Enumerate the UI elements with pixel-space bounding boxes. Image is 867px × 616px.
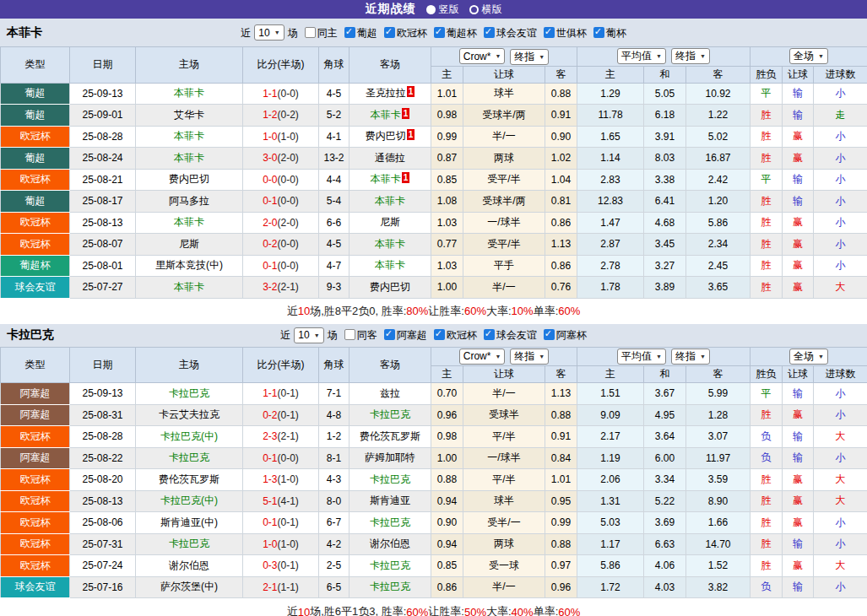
view-option[interactable]: 横版	[469, 3, 502, 17]
team-name-text: 卡拉巴克	[370, 559, 410, 571]
league-filter-label: 阿塞超	[397, 329, 427, 341]
home-team: 卡拉巴克(中)	[136, 490, 243, 512]
avg-home: 5.86	[577, 555, 644, 577]
bookmaker-select[interactable]: Crow*▼	[459, 48, 506, 64]
score-halftime: 5-1(4-1)	[243, 490, 319, 512]
odds-period-select[interactable]: 终指▼	[510, 49, 549, 65]
odds-header-group: Crow*▼终指▼	[431, 47, 577, 67]
league-filter-checkbox[interactable]	[484, 329, 495, 340]
match-date: 25-08-28	[70, 126, 136, 148]
match-date: 25-07-24	[70, 555, 136, 577]
summary-stats: 近10场,胜8平2负0, 胜率:80% 让胜率:60% 大率:10% 单率:60…	[0, 299, 867, 324]
league-filter-checkbox[interactable]	[544, 27, 555, 38]
recent-count-select[interactable]: 10▼	[294, 327, 323, 343]
corners: 4-5	[319, 234, 350, 256]
away-team: 萨姆加耶特	[350, 447, 431, 469]
handicap-line: 受球半/两	[463, 105, 545, 127]
avg-period-select[interactable]: 终指▼	[671, 349, 710, 365]
league-filter-checkbox[interactable]	[344, 27, 355, 38]
score-halftime: 1-1(0-0)	[243, 83, 319, 105]
result-goals: 大	[814, 490, 867, 512]
scope-select[interactable]: 全场▼	[789, 349, 828, 365]
same-venue-checkbox[interactable]	[305, 27, 316, 38]
match-row: 阿塞超25-08-22卡拉巴克0-1(0-0)8-1萨姆加耶特1.00一/球半0…	[1, 447, 867, 469]
league-filter-checkbox[interactable]	[384, 329, 395, 340]
score-halftime: 0-2(0-0)	[243, 234, 319, 256]
result-handicap: 输	[783, 426, 814, 448]
col-header-odds-away: 客	[545, 66, 577, 83]
odds-home: 1.00	[431, 277, 463, 299]
league-badge-cell: 阿塞超	[1, 383, 70, 405]
halftime-score: (0-1)	[278, 559, 299, 571]
handicap-line: 受球半/两	[463, 191, 545, 213]
score-halftime: 2-3(2-1)	[243, 426, 319, 448]
games-label: 场	[288, 27, 298, 39]
team-name-text: 谢尔伯恩	[370, 538, 410, 549]
col-header-type: 类型	[1, 347, 70, 383]
league-filter-checkbox[interactable]	[434, 329, 445, 340]
fulltime-score: 1-2	[263, 109, 277, 121]
league-badge-cell: 球会友谊	[1, 277, 70, 299]
odds-away: 0.91	[545, 105, 577, 127]
away-team: 卡拉巴克	[350, 555, 431, 577]
odds-home: 0.85	[431, 555, 463, 577]
league-filter-checkbox[interactable]	[434, 27, 445, 38]
team-name-text: 卡云艾夫拉克	[159, 408, 219, 420]
same-venue-label: 同主	[317, 27, 338, 39]
avg-period-select[interactable]: 终指▼	[671, 48, 710, 64]
league-filter-checkbox[interactable]	[384, 27, 395, 38]
chevron-down-icon: ▼	[314, 332, 320, 338]
home-team: 本菲卡	[136, 277, 243, 299]
home-team: 卡拉巴克(中)	[136, 426, 243, 448]
view-mode-radio-group: 竖版横版	[426, 3, 502, 17]
team-name-text: 本菲卡	[174, 216, 204, 228]
recent-label: 近	[280, 329, 290, 341]
match-date: 25-08-31	[70, 404, 136, 426]
team-name-text: 卡拉巴克	[370, 408, 410, 420]
match-row: 欧冠杯25-08-06斯肯迪亚(中)0-1(0-1)6-7卡拉巴克0.90受半/…	[1, 512, 867, 534]
col-header-handicap: 让球	[463, 66, 545, 83]
league-badge-cell: 球会友谊	[1, 576, 70, 598]
same-venue-checkbox[interactable]	[344, 329, 355, 340]
recent-count-select[interactable]: 10▼	[254, 24, 284, 41]
avg-select[interactable]: 平均值▼	[617, 349, 666, 365]
league-badge-cell: 欧冠杯	[1, 234, 70, 256]
avg-home: 1.78	[577, 277, 644, 299]
odds-home: 0.98	[431, 426, 463, 448]
team-name-text: 卡拉巴克	[169, 451, 209, 463]
result-handicap: 输	[783, 383, 814, 405]
away-team: 谢尔伯恩	[350, 533, 431, 555]
away-team: 本菲卡	[350, 191, 431, 213]
avg-draw: 6.00	[644, 447, 686, 469]
bookmaker-select[interactable]: Crow*▼	[459, 349, 506, 365]
avg-away: 1.20	[686, 191, 750, 213]
red-card-badge: 1	[402, 108, 410, 119]
league-filter-checkbox[interactable]	[593, 27, 604, 38]
view-option-label: 横版	[482, 3, 502, 17]
summary-segment: 40%	[512, 606, 534, 616]
odds-away: 1.13	[545, 383, 577, 405]
avg-away: 1.52	[686, 555, 750, 577]
summary-segment: 60%	[406, 606, 428, 616]
scope-select[interactable]: 全场▼	[789, 48, 828, 64]
result-outcome: 胜	[750, 404, 783, 426]
summary-segment: 60%	[558, 305, 580, 317]
league-badge-cell: 葡超	[1, 105, 70, 127]
handicap-line: 半/一	[463, 383, 545, 405]
result-outcome: 胜	[750, 255, 783, 277]
fulltime-score: 0-1	[263, 195, 277, 207]
result-goals: 大	[814, 277, 867, 299]
view-option[interactable]: 竖版	[426, 3, 459, 17]
avg-draw: 3.34	[644, 469, 686, 491]
result-goals: 大	[814, 426, 867, 448]
result-handicap: 输	[783, 105, 814, 127]
score-halftime: 0-1(0-0)	[243, 447, 319, 469]
odds-period-select[interactable]: 终指▼	[510, 349, 549, 365]
team-name-text: 本菲卡	[174, 130, 204, 142]
league-filter-checkbox[interactable]	[484, 27, 495, 38]
league-filter-checkbox[interactable]	[544, 329, 555, 340]
avg-select[interactable]: 平均值▼	[617, 48, 666, 64]
result-outcome: 胜	[750, 533, 783, 555]
result-handicap: 输	[783, 447, 814, 469]
halftime-score: (1-0)	[278, 131, 299, 143]
